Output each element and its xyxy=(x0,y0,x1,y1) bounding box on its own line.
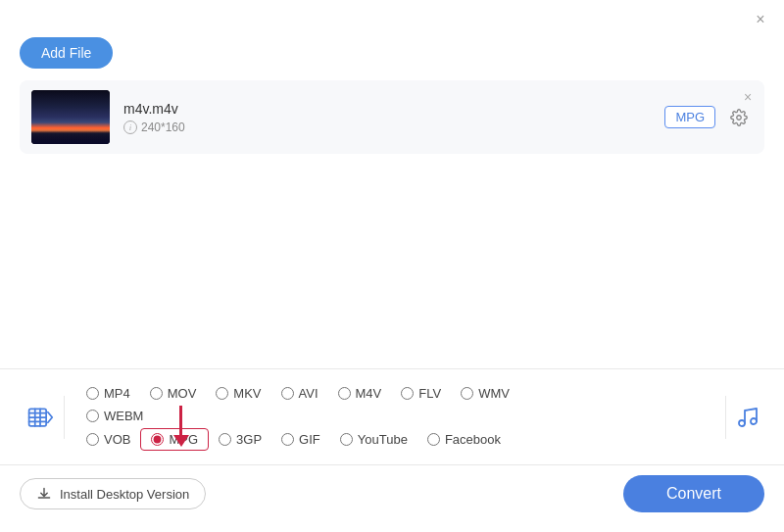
format-radio-facebook[interactable] xyxy=(427,433,440,446)
file-item: m4v.m4v i 240*160 MPG × xyxy=(20,80,764,154)
format-option-facebook[interactable]: Facebook xyxy=(417,429,511,450)
svg-point-0 xyxy=(737,115,742,120)
format-radio-mp4[interactable] xyxy=(86,387,99,400)
install-desktop-button[interactable]: Install Desktop Version xyxy=(20,478,206,509)
format-radio-vob[interactable] xyxy=(86,433,99,446)
title-bar: × xyxy=(0,0,784,29)
file-dimensions: 240*160 xyxy=(141,121,185,134)
format-tabs: MP4 MOV MKV AVI M4V xyxy=(0,369,784,465)
action-bar: Install Desktop Version Convert xyxy=(0,465,784,522)
format-label-mkv: MKV xyxy=(233,386,261,401)
format-label-vob: VOB xyxy=(104,432,130,447)
format-option-3gp[interactable]: 3GP xyxy=(209,429,271,450)
format-option-mp4[interactable]: MP4 xyxy=(76,383,140,404)
settings-button[interactable] xyxy=(725,104,753,131)
convert-button[interactable]: Convert xyxy=(623,475,764,512)
file-list: m4v.m4v i 240*160 MPG × xyxy=(0,80,784,224)
format-option-wmv[interactable]: WMV xyxy=(451,383,519,404)
format-label-youtube: YouTube xyxy=(358,432,408,447)
format-label-mov: MOV xyxy=(168,386,197,401)
arrow-shaft xyxy=(179,406,182,435)
format-option-avi[interactable]: AVI xyxy=(271,383,328,404)
format-label-gif: GIF xyxy=(299,432,320,447)
arrow-indicator xyxy=(173,406,189,447)
format-radio-wmv[interactable] xyxy=(461,387,473,400)
window-close-button[interactable]: × xyxy=(751,10,770,29)
format-radio-avi[interactable] xyxy=(281,387,294,400)
format-label-3gp: 3GP xyxy=(236,432,262,447)
svg-point-7 xyxy=(739,420,745,426)
bottom-panel: MP4 MOV MKV AVI M4V xyxy=(0,368,784,522)
file-actions: MPG xyxy=(664,104,753,131)
file-info: m4v.m4v i 240*160 xyxy=(123,101,664,134)
format-radio-m4v[interactable] xyxy=(338,387,351,400)
format-radio-mov[interactable] xyxy=(150,387,163,400)
format-radio-webm[interactable] xyxy=(86,410,99,422)
install-label: Install Desktop Version xyxy=(60,487,189,502)
top-bar: Add File xyxy=(0,29,784,80)
format-label-webm: WEBM xyxy=(104,409,143,423)
format-badge[interactable]: MPG xyxy=(664,106,715,128)
format-option-m4v[interactable]: M4V xyxy=(328,383,392,404)
format-option-youtube[interactable]: YouTube xyxy=(330,429,417,450)
format-label-mp4: MP4 xyxy=(104,386,130,401)
format-radio-flv[interactable] xyxy=(401,387,414,400)
info-icon: i xyxy=(123,121,137,134)
format-option-mov[interactable]: MOV xyxy=(140,383,207,404)
format-option-flv[interactable]: FLV xyxy=(391,383,451,404)
audio-tab[interactable] xyxy=(725,396,768,439)
main-content: Add File m4v.m4v i 240*160 MPG xyxy=(0,29,784,522)
format-label-flv: FLV xyxy=(418,386,441,401)
format-radio-gif[interactable] xyxy=(281,433,294,446)
file-name: m4v.m4v xyxy=(123,101,664,117)
file-thumbnail xyxy=(31,90,110,144)
format-radio-3gp[interactable] xyxy=(219,433,231,446)
content-spacer xyxy=(0,224,784,368)
download-icon xyxy=(36,486,52,502)
format-option-mkv[interactable]: MKV xyxy=(206,383,270,404)
format-option-vob[interactable]: VOB xyxy=(76,429,140,450)
video-tab[interactable] xyxy=(16,396,65,439)
format-radio-mkv[interactable] xyxy=(216,387,228,400)
format-radio-mpg[interactable] xyxy=(151,433,164,446)
format-label-facebook: Facebook xyxy=(445,432,501,447)
format-label-m4v: M4V xyxy=(356,386,382,401)
format-radio-youtube[interactable] xyxy=(340,433,353,446)
format-option-gif[interactable]: GIF xyxy=(271,429,330,450)
add-file-button[interactable]: Add File xyxy=(20,37,113,69)
file-meta: i 240*160 xyxy=(123,121,664,134)
thumbnail-image xyxy=(31,90,110,144)
format-label-wmv: WMV xyxy=(478,386,510,401)
file-close-button[interactable]: × xyxy=(739,88,757,106)
arrow-head xyxy=(173,435,189,447)
format-label-avi: AVI xyxy=(299,386,318,401)
format-options: MP4 MOV MKV AVI M4V xyxy=(65,377,725,457)
format-option-webm[interactable]: WEBM xyxy=(76,406,713,426)
